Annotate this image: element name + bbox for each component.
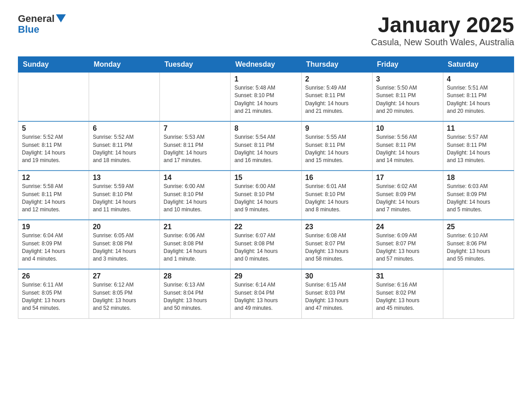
calendar-header-friday: Friday xyxy=(372,56,443,72)
calendar-cell: 3Sunrise: 5:50 AM Sunset: 8:11 PM Daylig… xyxy=(372,72,443,121)
calendar-cell: 28Sunrise: 6:13 AM Sunset: 8:04 PM Dayli… xyxy=(160,269,231,318)
day-number: 12 xyxy=(22,174,85,182)
calendar-table: SundayMondayTuesdayWednesdayThursdayFrid… xyxy=(18,56,514,319)
day-number: 7 xyxy=(163,124,227,133)
calendar-cell: 19Sunrise: 6:04 AM Sunset: 8:09 PM Dayli… xyxy=(18,220,89,269)
day-number: 10 xyxy=(376,124,439,133)
day-number: 22 xyxy=(234,223,297,231)
day-number: 18 xyxy=(447,174,510,182)
day-number: 5 xyxy=(22,124,85,133)
day-info: Sunrise: 5:59 AM Sunset: 8:10 PM Dayligh… xyxy=(93,183,156,214)
day-number: 27 xyxy=(93,272,156,280)
calendar-cell: 13Sunrise: 5:59 AM Sunset: 8:10 PM Dayli… xyxy=(89,171,160,220)
day-info: Sunrise: 5:50 AM Sunset: 8:11 PM Dayligh… xyxy=(376,84,439,116)
day-info: Sunrise: 5:48 AM Sunset: 8:10 PM Dayligh… xyxy=(234,84,297,116)
page-header: General Blue January 2025 Casula, New So… xyxy=(18,13,514,47)
calendar-cell: 4Sunrise: 5:51 AM Sunset: 8:11 PM Daylig… xyxy=(443,72,514,121)
day-number: 17 xyxy=(376,174,439,182)
calendar-cell xyxy=(160,72,231,121)
calendar-header-sunday: Sunday xyxy=(18,56,89,72)
calendar-cell: 18Sunrise: 6:03 AM Sunset: 8:09 PM Dayli… xyxy=(443,171,514,220)
day-info: Sunrise: 5:55 AM Sunset: 8:11 PM Dayligh… xyxy=(305,133,369,165)
day-number: 25 xyxy=(447,223,510,231)
calendar-cell: 14Sunrise: 6:00 AM Sunset: 8:10 PM Dayli… xyxy=(160,171,231,220)
page-subtitle: Casula, New South Wales, Australia xyxy=(371,37,514,47)
day-info: Sunrise: 6:07 AM Sunset: 8:08 PM Dayligh… xyxy=(234,232,297,263)
calendar-cell: 29Sunrise: 6:14 AM Sunset: 8:04 PM Dayli… xyxy=(231,269,301,318)
day-info: Sunrise: 5:52 AM Sunset: 8:11 PM Dayligh… xyxy=(22,133,85,165)
calendar-cell: 23Sunrise: 6:08 AM Sunset: 8:07 PM Dayli… xyxy=(301,220,372,269)
day-number: 13 xyxy=(93,174,156,182)
day-number: 3 xyxy=(376,75,439,83)
day-info: Sunrise: 6:15 AM Sunset: 8:03 PM Dayligh… xyxy=(305,281,369,313)
calendar-cell: 20Sunrise: 6:05 AM Sunset: 8:08 PM Dayli… xyxy=(89,220,160,269)
day-info: Sunrise: 6:04 AM Sunset: 8:09 PM Dayligh… xyxy=(22,232,85,263)
calendar-header-thursday: Thursday xyxy=(301,56,372,72)
calendar-header-monday: Monday xyxy=(89,56,160,72)
day-info: Sunrise: 6:06 AM Sunset: 8:08 PM Dayligh… xyxy=(163,232,227,263)
calendar-cell: 22Sunrise: 6:07 AM Sunset: 8:08 PM Dayli… xyxy=(231,220,301,269)
day-info: Sunrise: 6:00 AM Sunset: 8:10 PM Dayligh… xyxy=(163,183,227,214)
svg-marker-0 xyxy=(56,14,66,22)
calendar-header-saturday: Saturday xyxy=(443,56,514,72)
day-info: Sunrise: 5:49 AM Sunset: 8:11 PM Dayligh… xyxy=(305,84,369,116)
calendar-cell: 10Sunrise: 5:56 AM Sunset: 8:11 PM Dayli… xyxy=(372,121,443,171)
calendar-cell: 21Sunrise: 6:06 AM Sunset: 8:08 PM Dayli… xyxy=(160,220,231,269)
calendar-cell: 30Sunrise: 6:15 AM Sunset: 8:03 PM Dayli… xyxy=(301,269,372,318)
title-block: January 2025 Casula, New South Wales, Au… xyxy=(371,13,514,47)
day-info: Sunrise: 5:51 AM Sunset: 8:11 PM Dayligh… xyxy=(447,84,510,116)
day-info: Sunrise: 6:01 AM Sunset: 8:10 PM Dayligh… xyxy=(305,183,369,214)
calendar-cell: 2Sunrise: 5:49 AM Sunset: 8:11 PM Daylig… xyxy=(301,72,372,121)
day-info: Sunrise: 6:02 AM Sunset: 8:09 PM Dayligh… xyxy=(376,183,439,214)
day-info: Sunrise: 5:52 AM Sunset: 8:11 PM Dayligh… xyxy=(93,133,156,165)
day-number: 19 xyxy=(22,223,85,231)
day-info: Sunrise: 6:16 AM Sunset: 8:02 PM Dayligh… xyxy=(376,281,439,313)
calendar-week-row: 5Sunrise: 5:52 AM Sunset: 8:11 PM Daylig… xyxy=(18,121,514,171)
calendar-week-row: 1Sunrise: 5:48 AM Sunset: 8:10 PM Daylig… xyxy=(18,72,514,121)
calendar-header-tuesday: Tuesday xyxy=(160,56,231,72)
calendar-cell: 5Sunrise: 5:52 AM Sunset: 8:11 PM Daylig… xyxy=(18,121,89,171)
day-number: 20 xyxy=(93,223,156,231)
calendar-cell: 9Sunrise: 5:55 AM Sunset: 8:11 PM Daylig… xyxy=(301,121,372,171)
calendar-cell: 6Sunrise: 5:52 AM Sunset: 8:11 PM Daylig… xyxy=(89,121,160,171)
day-number: 6 xyxy=(93,124,156,133)
calendar-cell xyxy=(18,72,89,121)
calendar-cell: 16Sunrise: 6:01 AM Sunset: 8:10 PM Dayli… xyxy=(301,171,372,220)
day-info: Sunrise: 6:05 AM Sunset: 8:08 PM Dayligh… xyxy=(93,232,156,263)
day-number: 26 xyxy=(22,272,85,280)
page-title: January 2025 xyxy=(371,13,514,37)
day-info: Sunrise: 5:54 AM Sunset: 8:11 PM Dayligh… xyxy=(234,133,297,165)
day-info: Sunrise: 5:57 AM Sunset: 8:11 PM Dayligh… xyxy=(447,133,510,165)
calendar-cell: 25Sunrise: 6:10 AM Sunset: 8:06 PM Dayli… xyxy=(443,220,514,269)
day-number: 11 xyxy=(447,124,510,133)
calendar-cell: 12Sunrise: 5:58 AM Sunset: 8:11 PM Dayli… xyxy=(18,171,89,220)
day-info: Sunrise: 5:53 AM Sunset: 8:11 PM Dayligh… xyxy=(163,133,227,165)
logo-triangle-icon xyxy=(56,14,66,22)
day-info: Sunrise: 6:13 AM Sunset: 8:04 PM Dayligh… xyxy=(163,281,227,313)
calendar-cell xyxy=(89,72,160,121)
logo: General Blue xyxy=(18,13,66,35)
day-info: Sunrise: 6:03 AM Sunset: 8:09 PM Dayligh… xyxy=(447,183,510,214)
day-number: 23 xyxy=(305,223,369,231)
day-number: 2 xyxy=(305,75,369,83)
day-info: Sunrise: 6:08 AM Sunset: 8:07 PM Dayligh… xyxy=(305,232,369,263)
day-number: 24 xyxy=(376,223,439,231)
calendar-cell: 11Sunrise: 5:57 AM Sunset: 8:11 PM Dayli… xyxy=(443,121,514,171)
day-info: Sunrise: 6:00 AM Sunset: 8:10 PM Dayligh… xyxy=(234,183,297,214)
day-number: 4 xyxy=(447,75,510,83)
calendar-cell: 24Sunrise: 6:09 AM Sunset: 8:07 PM Dayli… xyxy=(372,220,443,269)
day-number: 1 xyxy=(234,75,297,83)
day-info: Sunrise: 6:12 AM Sunset: 8:05 PM Dayligh… xyxy=(93,281,156,313)
calendar-cell: 15Sunrise: 6:00 AM Sunset: 8:10 PM Dayli… xyxy=(231,171,301,220)
calendar-week-row: 12Sunrise: 5:58 AM Sunset: 8:11 PM Dayli… xyxy=(18,171,514,220)
day-number: 30 xyxy=(305,272,369,280)
logo-text-black: General xyxy=(18,13,55,24)
calendar-cell: 17Sunrise: 6:02 AM Sunset: 8:09 PM Dayli… xyxy=(372,171,443,220)
day-info: Sunrise: 6:11 AM Sunset: 8:05 PM Dayligh… xyxy=(22,281,85,313)
calendar-cell xyxy=(443,269,514,318)
day-info: Sunrise: 5:58 AM Sunset: 8:11 PM Dayligh… xyxy=(22,183,85,214)
day-number: 28 xyxy=(163,272,227,280)
day-number: 16 xyxy=(305,174,369,182)
calendar-cell: 31Sunrise: 6:16 AM Sunset: 8:02 PM Dayli… xyxy=(372,269,443,318)
calendar-header-row: SundayMondayTuesdayWednesdayThursdayFrid… xyxy=(18,56,514,72)
